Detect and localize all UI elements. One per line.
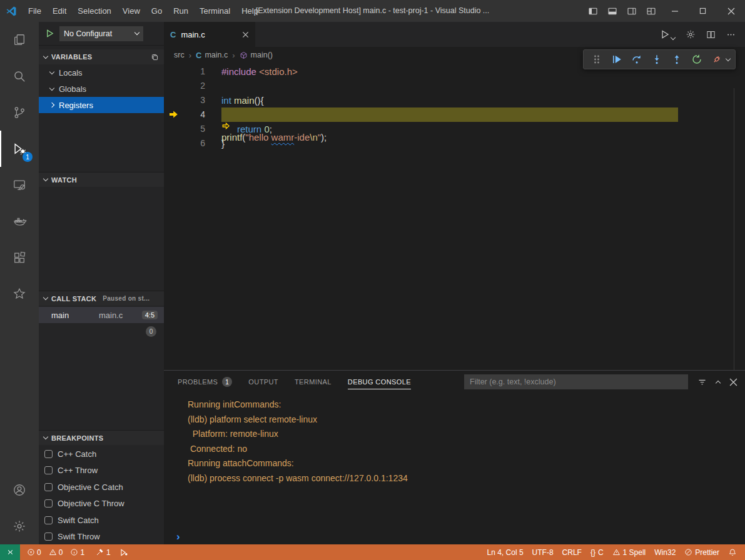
checkbox-unchecked[interactable]: [44, 499, 53, 508]
breadcrumb-main-fn[interactable]: main(): [240, 51, 273, 59]
step-out-button[interactable]: [669, 51, 685, 68]
run-and-debug-icon[interactable]: 1: [0, 131, 39, 167]
drag-grip-icon[interactable]: [589, 51, 605, 68]
editor-settings-gear-icon[interactable]: [686, 29, 696, 39]
call-stack-section-header[interactable]: CALL STACK Paused on st...: [39, 291, 164, 306]
remote-explorer-icon[interactable]: [0, 167, 39, 203]
spell-checker-status[interactable]: 1 Spell: [608, 544, 651, 560]
remote-indicator[interactable]: [0, 544, 20, 560]
copy-icon[interactable]: [151, 53, 159, 61]
menu-edit[interactable]: Edit: [47, 0, 72, 22]
menu-run[interactable]: Run: [168, 0, 194, 22]
panel-tab-problems[interactable]: PROBLEMS1: [178, 371, 232, 393]
breakpoint-gutter[interactable]: [164, 64, 183, 79]
maximize-panel-chevron-icon[interactable]: [716, 380, 721, 385]
menu-selection[interactable]: Selection: [72, 0, 116, 22]
extensions-icon[interactable]: [0, 239, 39, 276]
breakpoint-gutter[interactable]: [164, 93, 183, 108]
run-file-button[interactable]: [660, 29, 675, 39]
problems-status[interactable]: 0 0 1: [20, 544, 91, 560]
tools-indicator[interactable]: 1: [91, 544, 115, 560]
console-output[interactable]: Running initCommands:(lldb) platform sel…: [164, 393, 745, 529]
filter-lines-icon[interactable]: [697, 378, 707, 387]
debug-config-select[interactable]: No Configurat: [59, 26, 143, 41]
notifications-bell-icon[interactable]: [724, 544, 741, 560]
breadcrumb-main-c[interactable]: C main.c: [196, 51, 228, 60]
breadcrumb-src[interactable]: src: [174, 51, 185, 59]
formatter-status[interactable]: Prettier: [680, 544, 724, 560]
code-line[interactable]: 4 printf("hello wamr-ide\n");: [164, 108, 745, 122]
menu-view[interactable]: View: [117, 0, 146, 22]
maximize-button[interactable]: [689, 0, 717, 22]
split-editor-icon[interactable]: [706, 30, 716, 39]
scrollbar[interactable]: [734, 88, 734, 370]
variables-item-registers[interactable]: Registers: [39, 97, 164, 113]
toggle-sidebar-icon[interactable]: [583, 0, 602, 22]
variables-item-locals[interactable]: Locals: [39, 64, 164, 81]
breakpoint-gutter[interactable]: [164, 136, 183, 151]
debug-status-icon[interactable]: [115, 544, 133, 560]
checkbox-unchecked[interactable]: [44, 516, 53, 524]
variables-item-globals[interactable]: Globals: [39, 81, 164, 97]
breakpoint-gutter[interactable]: [164, 79, 183, 93]
close-tab-icon[interactable]: [242, 31, 249, 38]
checkbox-unchecked[interactable]: [44, 450, 53, 458]
search-icon[interactable]: [0, 58, 39, 94]
breakpoint-gutter[interactable]: [164, 122, 183, 136]
breakpoint-row[interactable]: Objective C Catch: [39, 479, 164, 496]
start-debugging-button[interactable]: [45, 29, 54, 38]
source-control-icon[interactable]: [0, 94, 39, 131]
language-mode[interactable]: {} C: [586, 544, 608, 560]
menu-file[interactable]: File: [23, 0, 47, 22]
star-icon[interactable]: [0, 276, 39, 312]
variables-section-header[interactable]: VARIABLES: [39, 49, 164, 64]
chevron-down-icon: [49, 85, 54, 90]
minimize-button[interactable]: [661, 0, 689, 22]
encoding-indicator[interactable]: UTF-8: [528, 544, 558, 560]
account-icon[interactable]: [0, 472, 39, 508]
window-title: [Extension Development Host] main.c - te…: [256, 0, 490, 22]
close-panel-icon[interactable]: [729, 378, 737, 386]
menu-go[interactable]: Go: [146, 0, 168, 22]
close-window-button[interactable]: [717, 0, 745, 22]
breakpoint-row[interactable]: Swift Throw: [39, 529, 164, 545]
continue-button[interactable]: [609, 51, 625, 68]
panel-tab-terminal[interactable]: TERMINAL: [295, 371, 332, 393]
code-line[interactable]: 3int main(){: [164, 93, 745, 108]
explorer-icon[interactable]: [0, 22, 39, 58]
breakpoint-row[interactable]: C++ Throw: [39, 462, 164, 479]
toggle-secondary-sidebar-icon[interactable]: [622, 0, 641, 22]
session-picker-chevron-icon[interactable]: [726, 56, 731, 61]
panel-tab-output[interactable]: OUTPUT: [248, 371, 278, 393]
breakpoint-row[interactable]: Swift Catch: [39, 512, 164, 529]
call-stack-frame-row[interactable]: main main.c 4:5: [39, 307, 164, 323]
checkbox-unchecked[interactable]: [44, 466, 53, 474]
checkbox-unchecked[interactable]: [44, 532, 53, 541]
debug-console-filter-input[interactable]: [464, 374, 688, 389]
toggle-panel-icon[interactable]: [602, 0, 622, 22]
customize-layout-icon[interactable]: [641, 0, 661, 22]
code-editor[interactable]: 1#include <stdio.h>23int main(){4 printf…: [164, 63, 745, 370]
variables-item-label: Globals: [59, 84, 86, 94]
panel-tab-debug-console[interactable]: DEBUG CONSOLE: [348, 371, 411, 393]
breakpoints-section-header[interactable]: BREAKPOINTS: [39, 430, 164, 445]
disconnect-button[interactable]: [709, 51, 725, 68]
menu-terminal[interactable]: Terminal: [194, 0, 236, 22]
platform-indicator[interactable]: Win32: [650, 544, 680, 560]
execution-pointer-icon[interactable]: [164, 108, 183, 122]
breakpoint-row[interactable]: C++ Catch: [39, 446, 164, 462]
more-actions-icon[interactable]: [726, 30, 736, 39]
step-into-button[interactable]: [649, 51, 665, 68]
docker-icon[interactable]: [0, 203, 39, 239]
checkbox-unchecked[interactable]: [44, 483, 53, 491]
eol-indicator[interactable]: CRLF: [558, 544, 586, 560]
cursor-position[interactable]: Ln 4, Col 5: [483, 544, 528, 560]
step-over-button[interactable]: [629, 51, 645, 68]
restart-button[interactable]: [689, 51, 705, 68]
settings-gear-icon[interactable]: [0, 508, 39, 544]
code-line[interactable]: 2: [164, 79, 745, 93]
breakpoint-row[interactable]: Objective C Throw: [39, 496, 164, 512]
tab-main-c[interactable]: C main.c: [164, 22, 255, 47]
watch-section-header[interactable]: WATCH: [39, 172, 164, 187]
console-input-row[interactable]: ›: [164, 529, 745, 544]
